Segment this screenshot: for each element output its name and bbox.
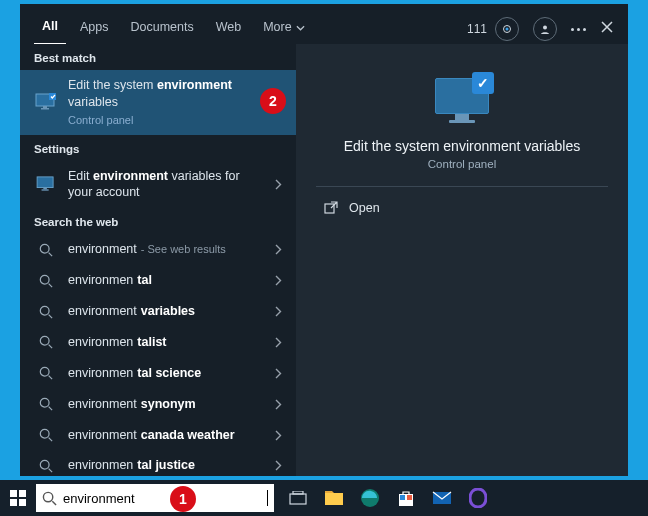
result-title: Edit the system environment variables	[68, 77, 282, 111]
svg-rect-19	[10, 490, 17, 497]
mail-icon[interactable]	[428, 484, 456, 512]
svg-rect-20	[19, 490, 26, 497]
chevron-right-icon	[275, 368, 282, 379]
svg-point-10	[40, 244, 49, 253]
checkmark-icon: ✓	[472, 72, 494, 94]
rewards-count: 111	[467, 22, 487, 36]
svg-rect-25	[293, 491, 303, 494]
svg-point-1	[506, 28, 509, 31]
result-subtitle: Control panel	[68, 113, 282, 128]
svg-point-2	[543, 26, 547, 30]
tab-all[interactable]: All	[34, 13, 66, 45]
result-web-item[interactable]: environmental science	[20, 358, 296, 389]
svg-point-12	[40, 306, 49, 315]
chevron-down-icon	[296, 25, 305, 31]
tabs-row: All Apps Documents Web More 111	[20, 4, 628, 44]
search-icon	[34, 428, 58, 442]
office-icon[interactable]	[464, 484, 492, 512]
svg-point-17	[40, 460, 49, 469]
account-icon[interactable]	[533, 17, 557, 41]
svg-rect-29	[400, 495, 405, 500]
svg-point-11	[40, 275, 49, 284]
svg-point-23	[43, 492, 52, 501]
result-title: environmental science	[68, 365, 265, 382]
svg-rect-4	[49, 93, 56, 100]
svg-point-13	[40, 337, 49, 346]
result-title: environmental	[68, 272, 265, 289]
svg-rect-30	[407, 495, 412, 500]
search-icon	[34, 274, 58, 288]
search-icon	[34, 243, 58, 257]
close-button[interactable]	[600, 20, 614, 38]
result-title: environment variables	[68, 303, 265, 320]
svg-rect-24	[290, 494, 306, 504]
chevron-right-icon	[275, 179, 282, 190]
svg-rect-6	[41, 108, 49, 110]
preview-pane: ✓ Edit the system environment variables …	[296, 44, 628, 476]
result-web-item[interactable]: environmental justice	[20, 450, 296, 476]
search-results-panel: All Apps Documents Web More 111 Best mat…	[20, 4, 628, 476]
taskbar	[0, 480, 648, 516]
chevron-right-icon	[275, 306, 282, 317]
result-title: environment - See web results	[68, 241, 265, 258]
result-web-item[interactable]: environment - See web results	[20, 234, 296, 265]
search-icon	[42, 491, 57, 506]
tab-documents[interactable]: Documents	[122, 14, 201, 44]
result-title: environmentalist	[68, 334, 265, 351]
search-icon	[34, 397, 58, 411]
taskbar-search-box[interactable]	[36, 484, 274, 512]
search-input[interactable]	[63, 491, 261, 506]
result-title: Edit environment variables for your acco…	[68, 168, 265, 202]
rewards-icon[interactable]	[495, 17, 519, 41]
monitor-icon	[34, 176, 58, 192]
monitor-icon	[34, 93, 58, 111]
result-web-item[interactable]: environment synonym	[20, 389, 296, 420]
search-icon	[34, 459, 58, 473]
result-web-item[interactable]: environmentalist	[20, 327, 296, 358]
section-web: Search the web	[20, 208, 296, 234]
file-explorer-icon[interactable]	[320, 484, 348, 512]
section-settings: Settings	[20, 135, 296, 161]
result-best-match[interactable]: Edit the system environment variables Co…	[20, 70, 296, 135]
result-web-item[interactable]: environment variables	[20, 296, 296, 327]
annotation-callout-1: 1	[170, 486, 196, 512]
svg-rect-5	[43, 106, 47, 108]
store-icon[interactable]	[392, 484, 420, 512]
open-icon	[324, 201, 339, 215]
edge-icon[interactable]	[356, 484, 384, 512]
result-web-item[interactable]: environmental	[20, 265, 296, 296]
results-list: Best match Edit the system environment v…	[20, 44, 296, 476]
result-title: environmental justice	[68, 457, 265, 474]
chevron-right-icon	[275, 275, 282, 286]
start-button[interactable]	[0, 480, 36, 516]
svg-rect-7	[37, 177, 53, 188]
result-settings-item[interactable]: Edit environment variables for your acco…	[20, 161, 296, 209]
more-options-icon[interactable]	[571, 28, 586, 31]
preview-title: Edit the system environment variables	[344, 138, 581, 154]
chevron-right-icon	[275, 337, 282, 348]
chevron-right-icon	[275, 430, 282, 441]
svg-rect-26	[325, 493, 343, 505]
windows-logo-icon	[10, 490, 26, 506]
tab-web[interactable]: Web	[208, 14, 249, 44]
text-cursor	[267, 490, 268, 506]
tab-more[interactable]: More	[255, 14, 312, 44]
chevron-right-icon	[275, 399, 282, 410]
tab-apps[interactable]: Apps	[72, 14, 117, 44]
preview-monitor-icon: ✓	[430, 72, 494, 124]
task-view-icon[interactable]	[284, 484, 312, 512]
chevron-right-icon	[275, 244, 282, 255]
preview-subtitle: Control panel	[428, 158, 496, 170]
search-icon	[34, 366, 58, 380]
svg-point-14	[40, 368, 49, 377]
search-icon	[34, 305, 58, 319]
svg-rect-22	[19, 499, 26, 506]
annotation-callout-2: 2	[260, 88, 286, 114]
svg-rect-9	[42, 190, 49, 191]
open-action[interactable]: Open	[324, 195, 380, 221]
result-web-item[interactable]: environment canada weather	[20, 420, 296, 451]
svg-rect-8	[43, 188, 47, 190]
search-icon	[34, 335, 58, 349]
section-best-match: Best match	[20, 44, 296, 70]
result-title: environment synonym	[68, 396, 265, 413]
